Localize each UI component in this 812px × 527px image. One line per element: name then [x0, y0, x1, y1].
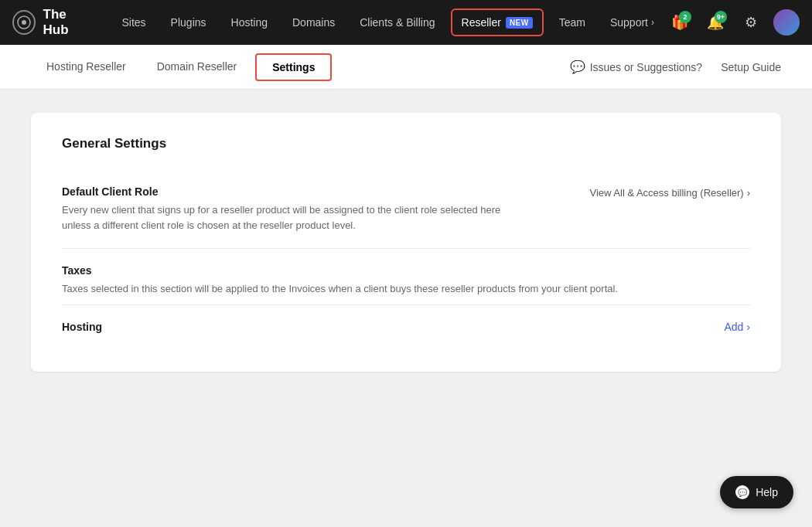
nav-item-domains[interactable]: Domains [280, 0, 347, 45]
reseller-label: Reseller [462, 16, 501, 29]
suggestions-icon: 💬 [570, 60, 585, 74]
issues-suggestions-link[interactable]: 💬 Issues or Suggestions? [570, 60, 703, 74]
nav-item-support[interactable]: Support › [598, 0, 667, 45]
hosting-row: Hosting Add › [62, 305, 750, 348]
section-header: Default Client Role Every new client tha… [62, 185, 750, 233]
nav-items: Sites Plugins Hosting Domains Clients & … [109, 0, 667, 45]
taxes-section: Taxes Taxes selected in this section wil… [62, 249, 750, 305]
nav-item-team[interactable]: Team [547, 0, 598, 45]
view-all-billing-label: View All & Access billing (Reseller) [589, 187, 743, 199]
card-title: General Settings [62, 136, 750, 151]
help-label: Help [756, 486, 778, 498]
view-all-billing-arrow: › [747, 187, 750, 199]
notifications-button[interactable]: 🔔 9+ [702, 9, 728, 36]
app-logo[interactable]: The Hub [12, 7, 90, 38]
subnav-item-domain-reseller[interactable]: Domain Reseller [142, 45, 252, 90]
main-content: General Settings Default Client Role Eve… [0, 90, 812, 527]
nav-right-icons: 🎁 2 🔔 9+ ⚙ [667, 9, 800, 36]
logo-icon [12, 10, 36, 35]
default-client-role-section: Default Client Role Every new client tha… [62, 170, 750, 249]
reseller-new-badge: NEW [506, 17, 533, 29]
nav-item-plugins[interactable]: Plugins [159, 0, 219, 45]
nav-item-reseller[interactable]: Reseller NEW [451, 8, 544, 36]
gift-button[interactable]: 🎁 2 [667, 9, 693, 36]
nav-item-clients-billing[interactable]: Clients & Billing [347, 0, 447, 45]
add-hosting-link[interactable]: Add › [724, 321, 750, 333]
subnav-item-settings[interactable]: Settings [255, 53, 332, 81]
bell-badge: 9+ [715, 11, 727, 23]
taxes-title: Taxes [62, 264, 750, 277]
user-avatar[interactable] [773, 9, 800, 36]
help-chat-icon: 💬 [735, 485, 749, 499]
hosting-label: Hosting [62, 321, 102, 333]
default-client-role-desc: Every new client that signs up for a res… [62, 202, 510, 233]
support-label: Support [610, 16, 648, 29]
help-button[interactable]: 💬 Help [720, 476, 793, 508]
subnav-actions: 💬 Issues or Suggestions? Setup Guide [570, 60, 781, 74]
subnav-items: Hosting Reseller Domain Reseller Setting… [31, 45, 570, 90]
subnav-item-hosting-reseller[interactable]: Hosting Reseller [31, 45, 142, 90]
setup-guide-link[interactable]: Setup Guide [721, 61, 781, 73]
settings-button[interactable]: ⚙ [738, 9, 764, 36]
nav-item-sites[interactable]: Sites [109, 0, 158, 45]
sub-navigation: Hosting Reseller Domain Reseller Setting… [0, 45, 812, 90]
taxes-desc: Taxes selected in this section will be a… [62, 281, 750, 297]
nav-item-hosting[interactable]: Hosting [219, 0, 280, 45]
general-settings-card: General Settings Default Client Role Eve… [31, 113, 781, 372]
add-arrow-icon: › [746, 321, 750, 333]
section-left: Default Client Role Every new client tha… [62, 185, 574, 233]
default-client-role-title: Default Client Role [62, 185, 574, 198]
gift-badge: 2 [679, 11, 691, 23]
app-title: The Hub [43, 7, 91, 38]
issues-suggestions-label: Issues or Suggestions? [590, 61, 703, 73]
view-all-billing-link[interactable]: View All & Access billing (Reseller) › [589, 187, 750, 199]
top-navigation: The Hub Sites Plugins Hosting Domains Cl… [0, 0, 812, 45]
support-arrow-icon: › [651, 17, 654, 28]
svg-point-1 [22, 20, 26, 25]
avatar-image [773, 9, 800, 36]
add-label: Add [724, 321, 743, 333]
